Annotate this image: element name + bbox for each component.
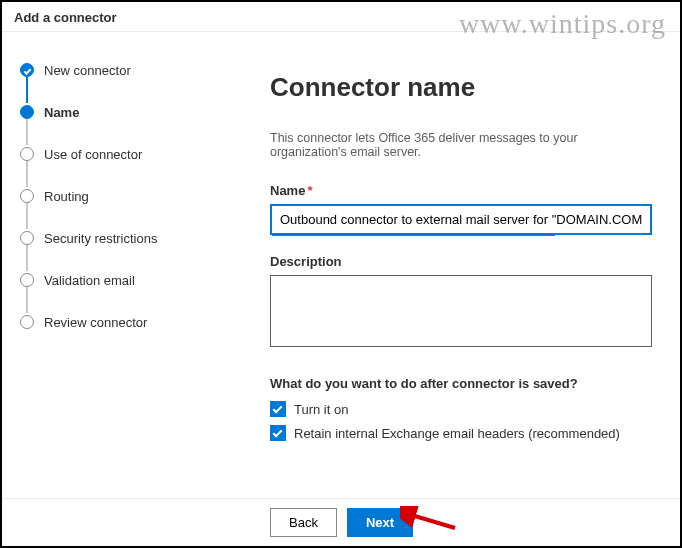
step-security-restrictions[interactable]: Security restrictions [20, 228, 202, 248]
step-label: Name [44, 105, 79, 120]
checkbox-checked-icon [270, 401, 286, 417]
step-upcoming-icon [20, 273, 34, 287]
panel-header: Add a connector [2, 2, 680, 32]
step-upcoming-icon [20, 231, 34, 245]
step-name[interactable]: Name [20, 102, 202, 122]
step-connector-line [26, 119, 28, 145]
step-label: Review connector [44, 315, 147, 330]
step-review-connector[interactable]: Review connector [20, 312, 202, 332]
step-upcoming-icon [20, 147, 34, 161]
wizard-steps-sidebar: New connector Name Use of connector Rout… [2, 32, 202, 494]
step-label: New connector [44, 63, 131, 78]
panel-title: Add a connector [14, 10, 117, 25]
required-asterisk: * [307, 183, 312, 198]
checkbox-checked-icon [270, 425, 286, 441]
checkbox-turn-it-on[interactable]: Turn it on [270, 401, 652, 417]
step-current-icon [20, 105, 34, 119]
step-label: Validation email [44, 273, 135, 288]
step-new-connector[interactable]: New connector [20, 60, 202, 80]
footer-bar: Back Next [2, 498, 680, 546]
step-completed-icon [20, 63, 34, 77]
step-validation-email[interactable]: Validation email [20, 270, 202, 290]
page-title: Connector name [270, 72, 652, 103]
checkbox-label: Turn it on [294, 402, 348, 417]
intro-text: This connector lets Office 365 deliver m… [270, 131, 652, 159]
next-button[interactable]: Next [347, 508, 413, 537]
main-panel: Connector name This connector lets Offic… [202, 32, 680, 494]
step-label: Use of connector [44, 147, 142, 162]
name-input[interactable] [270, 204, 652, 235]
step-connector-line [26, 161, 28, 187]
name-field-label: Name* [270, 183, 652, 198]
step-connector-line [26, 203, 28, 229]
step-label: Security restrictions [44, 231, 157, 246]
step-upcoming-icon [20, 189, 34, 203]
checkbox-label: Retain internal Exchange email headers (… [294, 426, 620, 441]
step-upcoming-icon [20, 315, 34, 329]
step-connector-line [26, 77, 28, 103]
step-connector-line [26, 287, 28, 313]
step-connector-line [26, 245, 28, 271]
name-label-text: Name [270, 183, 305, 198]
step-label: Routing [44, 189, 89, 204]
step-routing[interactable]: Routing [20, 186, 202, 206]
checkbox-retain-headers[interactable]: Retain internal Exchange email headers (… [270, 425, 652, 441]
content-wrap: New connector Name Use of connector Rout… [2, 32, 680, 494]
after-save-question: What do you want to do after connector i… [270, 376, 652, 391]
step-use-of-connector[interactable]: Use of connector [20, 144, 202, 164]
back-button[interactable]: Back [270, 508, 337, 537]
description-field-label: Description [270, 254, 652, 269]
description-textarea[interactable] [270, 275, 652, 347]
